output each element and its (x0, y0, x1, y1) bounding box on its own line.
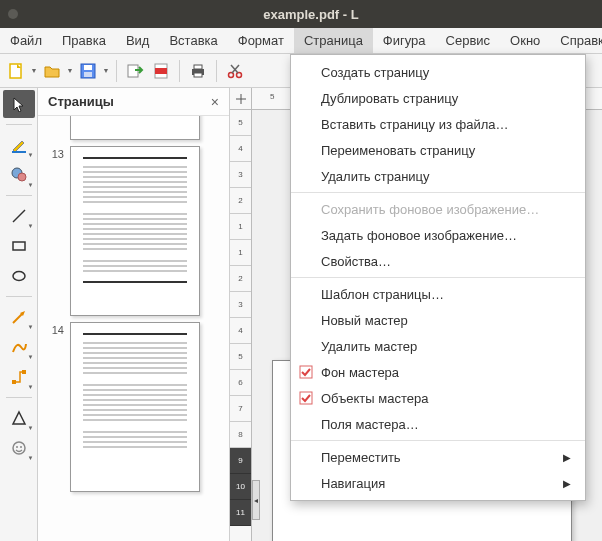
svg-rect-15 (12, 151, 26, 153)
svg-rect-10 (194, 73, 202, 77)
svg-point-17 (18, 173, 26, 181)
menu-page[interactable]: Страница (294, 28, 373, 53)
page-thumb-row[interactable]: 14 (44, 322, 223, 492)
ruler-tick: 9 (230, 448, 251, 474)
menu-separator (291, 277, 585, 278)
ruler-tick: 3 (230, 162, 251, 188)
menubar: Файл Правка Вид Вставка Формат Страница … (0, 28, 602, 54)
new-doc-dropdown-icon[interactable]: ▼ (30, 67, 38, 74)
svg-point-27 (16, 446, 18, 448)
menu-item-label: Дублировать страницу (321, 91, 458, 106)
window-close-icon[interactable] (8, 9, 18, 19)
menu-tools[interactable]: Сервис (436, 28, 501, 53)
window-title: example.pdf - L (28, 7, 594, 22)
print-button[interactable] (186, 59, 210, 83)
ruler-tick: 5 (270, 92, 274, 101)
menu-new-master[interactable]: Новый мастер (291, 307, 585, 333)
check-icon (299, 391, 313, 405)
curve-tool[interactable]: ▼ (3, 333, 35, 361)
pages-panel-close-icon[interactable]: × (211, 94, 219, 110)
menu-master-background[interactable]: Фон мастера (291, 359, 585, 385)
ruler-tick: 1 (230, 240, 251, 266)
menu-navigation[interactable]: Навигация▶ (291, 470, 585, 496)
menu-item-label: Создать страницу (321, 65, 429, 80)
menu-window[interactable]: Окно (500, 28, 550, 53)
select-tool[interactable] (3, 90, 35, 118)
submenu-arrow-icon: ▶ (563, 478, 571, 489)
page-thumb-row[interactable]: 13 (44, 146, 223, 316)
basic-shapes-tool[interactable]: ▼ (3, 404, 35, 432)
svg-point-28 (20, 446, 22, 448)
menu-edit[interactable]: Правка (52, 28, 116, 53)
new-doc-button[interactable] (4, 59, 28, 83)
ruler-tick: 10 (230, 474, 251, 500)
menu-duplicate-page[interactable]: Дублировать страницу (291, 85, 585, 111)
svg-rect-3 (84, 65, 92, 70)
menu-insert-page-from-file[interactable]: Вставить страницу из файла… (291, 111, 585, 137)
page-thumbnail[interactable] (70, 116, 200, 140)
menu-master-fields[interactable]: Поля мастера… (291, 411, 585, 437)
menu-item-label: Фон мастера (321, 365, 399, 380)
menu-item-label: Сохранить фоновое изображение… (321, 202, 539, 217)
arrow-tool[interactable]: ▼ (3, 303, 35, 331)
menu-help[interactable]: Справка (550, 28, 602, 53)
dropdown-icon: ▼ (28, 354, 34, 360)
menu-delete-page[interactable]: Удалить страницу (291, 163, 585, 189)
titlebar: example.pdf - L (0, 0, 602, 28)
menu-properties[interactable]: Свойства… (291, 248, 585, 274)
page-thumb-row[interactable] (44, 116, 223, 140)
menu-move[interactable]: Переместить▶ (291, 444, 585, 470)
menu-item-label: Переименовать страницу (321, 143, 475, 158)
page-thumbnail[interactable] (70, 146, 200, 316)
line-color-tool[interactable]: ▼ (3, 131, 35, 159)
menu-master-objects[interactable]: Объекты мастера (291, 385, 585, 411)
menu-shape[interactable]: Фигура (373, 28, 436, 53)
svg-rect-7 (155, 68, 167, 74)
panel-collapse-handle[interactable]: ◂ (252, 480, 260, 520)
svg-rect-0 (10, 64, 21, 78)
pages-panel: Страницы × 13 14 (38, 88, 230, 541)
vertical-ruler[interactable]: 5 4 3 2 1 1 2 3 4 5 6 7 8 9 10 11 (230, 110, 252, 541)
menu-delete-master[interactable]: Удалить мастер (291, 333, 585, 359)
dropdown-icon: ▼ (28, 384, 34, 390)
dropdown-icon: ▼ (28, 425, 34, 431)
fill-color-tool[interactable]: ▼ (3, 161, 35, 189)
page-thumbnail[interactable] (70, 322, 200, 492)
menu-item-label: Удалить мастер (321, 339, 417, 354)
ruler-corner-icon[interactable] (230, 88, 252, 110)
ellipse-tool[interactable] (3, 262, 35, 290)
rectangle-tool[interactable] (3, 232, 35, 260)
menu-item-label: Вставить страницу из файла… (321, 117, 508, 132)
menu-set-background[interactable]: Задать фоновое изображение… (291, 222, 585, 248)
page-number: 13 (44, 146, 64, 160)
left-toolbox: ▼ ▼ ▼ ▼ ▼ ▼ ▼ ▼ (0, 88, 38, 541)
menu-item-label: Удалить страницу (321, 169, 430, 184)
cut-button[interactable] (223, 59, 247, 83)
export-button[interactable] (123, 59, 147, 83)
symbol-tool[interactable]: ▼ (3, 434, 35, 462)
connector-tool[interactable]: ▼ (3, 363, 35, 391)
menu-new-page[interactable]: Создать страницу (291, 59, 585, 85)
svg-rect-24 (22, 370, 26, 374)
menu-file[interactable]: Файл (0, 28, 52, 53)
save-button[interactable] (76, 59, 100, 83)
menu-view[interactable]: Вид (116, 28, 160, 53)
menu-insert[interactable]: Вставка (159, 28, 227, 53)
dropdown-icon: ▼ (28, 455, 34, 461)
dropdown-icon: ▼ (28, 152, 34, 158)
line-tool[interactable]: ▼ (3, 202, 35, 230)
svg-rect-23 (12, 380, 16, 384)
menu-rename-page[interactable]: Переименовать страницу (291, 137, 585, 163)
menu-separator (291, 440, 585, 441)
svg-line-18 (13, 210, 25, 222)
menu-master-template[interactable]: Шаблон страницы… (291, 281, 585, 307)
save-dropdown-icon[interactable]: ▼ (102, 67, 110, 74)
menu-format[interactable]: Формат (228, 28, 294, 53)
export-pdf-button[interactable] (149, 59, 173, 83)
ruler-tick: 5 (230, 344, 251, 370)
svg-rect-31 (300, 366, 312, 378)
ruler-tick: 11 (230, 500, 251, 526)
dropdown-icon: ▼ (28, 324, 34, 330)
open-dropdown-icon[interactable]: ▼ (66, 67, 74, 74)
open-button[interactable] (40, 59, 64, 83)
